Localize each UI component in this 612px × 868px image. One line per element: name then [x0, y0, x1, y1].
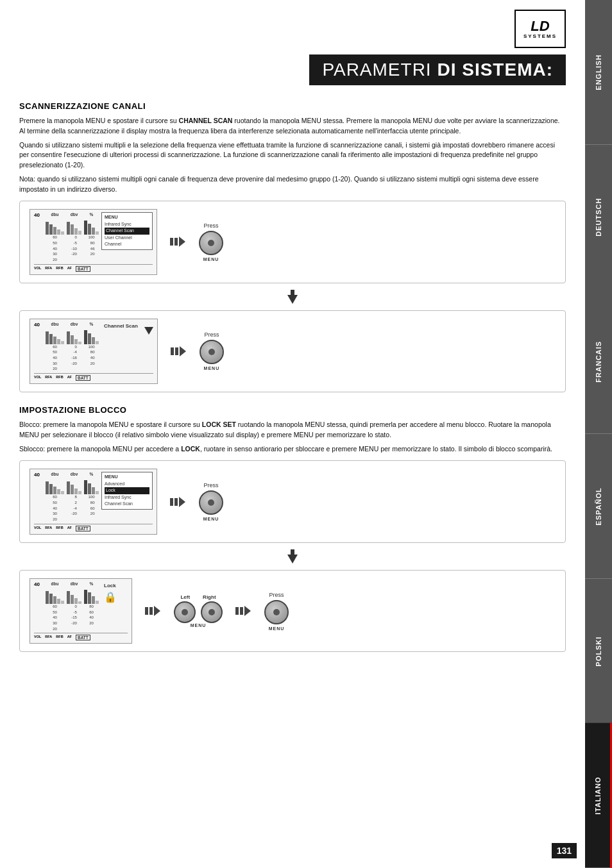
batt-label-4: BATT: [76, 635, 90, 640]
menu-item-infrared: Infrared Sync: [105, 221, 149, 228]
pct-values-4: 80604020: [89, 604, 94, 626]
scan-heading: SCANNERIZZAZIONE CANALI: [19, 101, 566, 111]
double-arrow-5: [235, 606, 251, 616]
page-title-area: PARAMETRI DI SISTEMA:: [19, 54, 566, 85]
dbu-values-2: 6050403020: [53, 344, 57, 372]
lang-tab-deutsch[interactable]: DEUTSCH: [585, 145, 612, 290]
lang-tab-espanol[interactable]: ESPAÑOL: [585, 434, 612, 579]
menu-knob-2: Press MENU: [200, 331, 224, 371]
display-labels-2: VOL RFA RFB AF BATT: [34, 373, 153, 381]
scan-para2: Quando si utilizzano sistemi multipli e …: [19, 140, 566, 171]
receiver-display-2: 40 dbu 6050403020 dbv: [30, 319, 158, 384]
batt-label-1: BATT: [76, 266, 90, 272]
double-arrow-1: [170, 237, 186, 247]
scan-para3: Nota: quando si utilizzano sistemi multi…: [19, 174, 566, 195]
lock-display-area: Lock 🔒: [104, 581, 117, 603]
channel-scan-label: Channel Scan: [104, 322, 138, 329]
press-label-2: Press: [204, 331, 219, 338]
display-labels-3: VOL RFA RFB AF BATT: [34, 524, 153, 531]
lock-heading: IMPOSTAZIONE BLOCCO: [19, 405, 566, 415]
logo-area: LD SYSTEMS: [19, 10, 566, 48]
pct-values-2: 100804020: [88, 344, 94, 367]
receiver-display-3: 40 dbu 6050403020 dbv: [30, 469, 157, 534]
menu-item-advanced: Advanced: [105, 481, 149, 488]
dbv-values-3: 82-4-20: [71, 494, 77, 517]
knob-circle-2[interactable]: [200, 340, 224, 364]
receiver-display-1: 40 dbu 6050403020 dbv: [30, 209, 157, 274]
left-right-area: Left Right MENU: [174, 594, 223, 628]
double-arrow-4: [145, 606, 161, 616]
lang-tab-francais[interactable]: FRANCAIS: [585, 289, 612, 434]
page-number: 131: [552, 843, 577, 858]
af-label: AF: [67, 266, 72, 272]
press-label-1: Press: [203, 222, 218, 229]
left-knob[interactable]: [174, 601, 196, 623]
af-label-2: AF: [67, 375, 72, 381]
rfb-label: RFB: [56, 266, 63, 272]
scan-para1: Premere la manopola MENU e spostare il c…: [19, 116, 566, 137]
dbu-values-3: 6050403020: [53, 494, 57, 522]
right-knob-inner: [208, 609, 215, 615]
section-scannerizzazione: SCANNERIZZAZIONE CANALI Premere la manop…: [19, 101, 566, 194]
menu-knob-3: Press MENU: [199, 482, 223, 521]
receiver-display-4: 40 dbu 6050403020 dbv: [30, 578, 132, 644]
menu-item-lock: Lock: [105, 487, 149, 494]
menu-text-1: MENU: [203, 257, 219, 262]
dbv-values-2: 0-4-16-20: [71, 344, 77, 367]
page-title-box: PARAMETRI DI SISTEMA:: [309, 54, 566, 85]
menu-item-user-channel: User Channel: [105, 235, 149, 242]
vol-label: VOL: [34, 266, 41, 272]
af-label-3: AF: [67, 526, 72, 531]
language-sidebar: ENGLISH DEUTSCH FRANCAIS ESPAÑOL POLSKI …: [585, 0, 612, 868]
dbv-values-4: 0-5-15-20: [71, 604, 77, 626]
batt-label-2: BATT: [76, 375, 90, 381]
rfa-label: RFA: [45, 266, 52, 272]
knob-inner-4: [273, 609, 280, 615]
menu-text-4: MENU: [269, 626, 285, 631]
logo-box: LD SYSTEMS: [514, 10, 566, 48]
dbu-values-4: 6050403020: [53, 604, 57, 631]
knob-circle-1[interactable]: [199, 231, 223, 255]
menu-knob-1: Press MENU: [199, 222, 223, 262]
down-arrow-2: [19, 549, 566, 563]
pct-values-1: 100804620: [88, 235, 94, 257]
menu-title-lock: MENU: [105, 474, 149, 481]
lang-tab-polski[interactable]: POLSKI: [585, 579, 612, 724]
dbu-values: 6050403020: [53, 235, 57, 262]
rfa-label-2: RFA: [45, 375, 52, 381]
vol-label-3: VOL: [34, 526, 41, 531]
menu-text-left: MENU: [191, 623, 207, 628]
down-arrow-1: [19, 290, 566, 304]
page-title: PARAMETRI DI SISTEMA:: [322, 60, 553, 79]
press-label-3: Press: [203, 482, 218, 488]
dbv-values-1: 0-5-10-20: [71, 235, 77, 257]
lock-diagram-2: 40 dbu 6050403020 dbv: [19, 570, 566, 652]
menu-knob-4: Press MENU: [264, 592, 289, 631]
double-arrow-2: [171, 346, 187, 356]
rfb-label-3: RFB: [56, 526, 63, 531]
menu-text-3: MENU: [203, 517, 219, 521]
knob-circle-4[interactable]: [264, 600, 289, 624]
knobs-row: [174, 601, 223, 623]
vol-label-2: VOL: [34, 375, 41, 381]
page-title-bold: DI SISTEMA:: [437, 60, 553, 79]
logo-systems: SYSTEMS: [523, 33, 557, 39]
right-label: Right: [203, 594, 216, 600]
display-labels-4: VOL RFA RFB AF BATT: [34, 633, 128, 640]
lock-para2: Sblocco: premere la manopola MENU per ac…: [19, 444, 566, 455]
left-right-label: Left Right: [180, 594, 216, 600]
knob-circle-3[interactable]: [199, 490, 223, 515]
left-label: Left: [180, 594, 190, 600]
scan-diagram-2: 40 dbu 6050403020 dbv: [19, 310, 566, 392]
double-arrow-3: [170, 497, 186, 507]
page-number-area: 131: [552, 843, 577, 858]
lang-tab-italiano[interactable]: ITALIANO: [585, 723, 612, 868]
section-impostazione: IMPOSTAZIONE BLOCCO Blocco: premere la m…: [19, 405, 566, 454]
lang-tab-english[interactable]: ENGLISH: [585, 0, 612, 145]
right-knob[interactable]: [201, 601, 223, 623]
display-down-arrow: [144, 327, 153, 335]
menu-overlay-lock: MENU Advanced Lock Infrared Sync Channel…: [101, 472, 153, 510]
page-title-normal: PARAMETRI: [322, 60, 437, 79]
lock-icon: 🔒: [104, 591, 117, 603]
knob-inner-2: [208, 349, 215, 355]
